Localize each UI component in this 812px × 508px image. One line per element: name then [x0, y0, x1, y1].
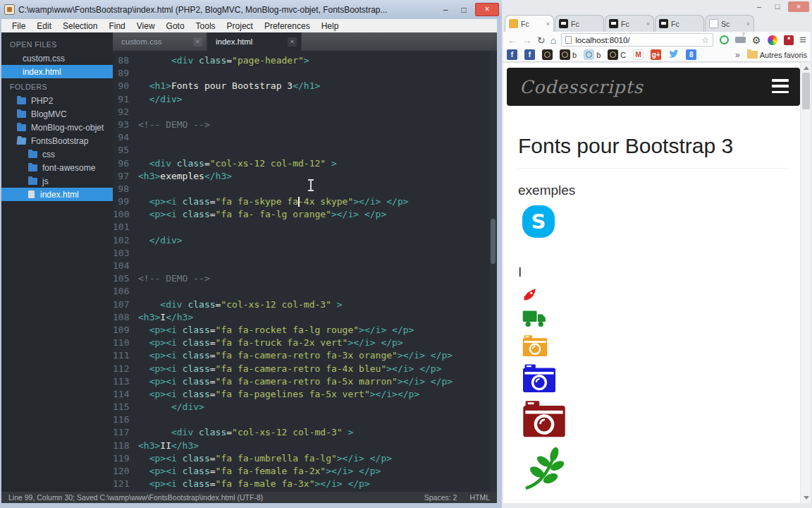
bookmark-dark-site[interactable]: C	[608, 49, 626, 60]
tab-close-icon[interactable]: ×	[746, 20, 750, 28]
keyboard-shortcut-extension[interactable]	[734, 35, 746, 46]
page-scrollbar[interactable]	[800, 63, 811, 503]
code-line-108[interactable]: 108<h3>I</h3>	[113, 311, 497, 324]
code-line-107[interactable]: 107 <div class="col-xs-12 col-md-3" >	[113, 298, 497, 311]
browser-tab-1[interactable]: Fc×	[505, 15, 554, 32]
tree-item-font-awesome[interactable]: font-awesome	[1, 161, 113, 174]
code-line-91[interactable]: 91 </div>	[113, 93, 497, 106]
home-icon[interactable]: ⌂	[550, 35, 556, 46]
code-area[interactable]: 88 <div class="page-header">8990 <h1>Fon…	[113, 51, 497, 492]
bookmark-google-plus[interactable]: g+	[651, 49, 661, 60]
brand-logo[interactable]: Codesscripts	[519, 77, 643, 97]
scroll-down-icon[interactable]	[804, 496, 809, 500]
code-line-119[interactable]: 119 <p><i class="fa fa-umbrella fa-lg"><…	[113, 452, 497, 465]
menu-project[interactable]: Project	[222, 20, 258, 32]
menu-preferences[interactable]: Preferences	[259, 20, 315, 32]
sublime-titlebar[interactable]: C:\wamp\www\FontsBootstrap\index.html (P…	[0, 0, 502, 19]
menu-find[interactable]: Find	[104, 20, 130, 32]
code-line-95[interactable]: 95	[113, 144, 497, 157]
tree-item-PHP2[interactable]: PHP2	[1, 94, 113, 107]
menu-file[interactable]: File	[7, 20, 30, 32]
bookmark-dark-site[interactable]: b	[560, 49, 577, 60]
bookmarks-overflow-icon[interactable]: »	[735, 50, 740, 60]
tab-close-icon[interactable]: ×	[546, 20, 550, 28]
tree-item-js[interactable]: js	[1, 174, 113, 188]
other-bookmarks[interactable]: Autres favoris	[747, 51, 807, 59]
code-line-110[interactable]: 110 <p><i class="fa fa-truck fa-2x vert"…	[113, 337, 497, 349]
code-line-106[interactable]: 106	[113, 285, 497, 298]
color-wheel-extension[interactable]	[767, 35, 778, 46]
code-line-109[interactable]: 109 <p><i class="fa fa-rocket fa-lg roug…	[113, 324, 497, 337]
status-syntax[interactable]: HTML	[469, 493, 490, 502]
bookmark-star-icon[interactable]: ☆	[701, 35, 709, 45]
tree-item-css[interactable]: css	[1, 147, 113, 161]
tab-close-icon[interactable]: ×	[646, 20, 650, 28]
tab-close-icon[interactable]: ×	[288, 37, 297, 47]
tree-item-index.html[interactable]: index.html	[1, 188, 113, 201]
url-text[interactable]: localhost:8010/	[575, 36, 698, 44]
maximize-button[interactable]: □	[457, 5, 471, 15]
menu-view[interactable]: View	[132, 20, 160, 32]
code-line-103[interactable]: 103	[113, 247, 497, 260]
back-icon[interactable]: ←	[508, 35, 517, 46]
forward-icon[interactable]: →	[522, 35, 532, 46]
code-line-100[interactable]: 100 <p><i class="fa fa- fa-lg orange"></…	[113, 208, 497, 221]
code-line-104[interactable]: 104	[113, 260, 497, 272]
code-line-89[interactable]: 89	[113, 67, 497, 80]
code-line-120[interactable]: 120 <p><i class="fa fa-female fa-2x"></i…	[113, 465, 497, 478]
green-circle-extension[interactable]	[718, 35, 730, 46]
maximize-button[interactable]: □	[770, 1, 785, 12]
reload-icon[interactable]: ↻	[537, 35, 546, 46]
tree-item-BlogMVC[interactable]: BlogMVC	[1, 107, 113, 121]
code-line-92[interactable]: 92	[113, 106, 497, 119]
scrollbar-thumb[interactable]	[802, 73, 810, 109]
code-line-94[interactable]: 94	[113, 131, 497, 144]
editor-scrollbar-thumb[interactable]	[491, 219, 496, 264]
settings-gear-extension[interactable]: ⚙	[751, 35, 762, 46]
menu-goto[interactable]: Goto	[161, 20, 190, 32]
menu-help[interactable]: Help	[316, 20, 344, 32]
code-line-102[interactable]: 102 </div>	[113, 234, 497, 247]
bookmark-facebook[interactable]: f	[524, 49, 535, 60]
code-line-114[interactable]: 114 <p><i class="fa fa-pagelines fa-5x v…	[113, 388, 497, 401]
close-button[interactable]: ×	[788, 1, 809, 12]
editor-tab-custom.css[interactable]: custom.css×	[113, 32, 207, 51]
bookmark-gmail[interactable]: M	[633, 49, 644, 60]
code-line-101[interactable]: 101	[113, 221, 497, 234]
menu-edit[interactable]: Edit	[32, 20, 56, 32]
editor-scrollbar[interactable]	[490, 51, 497, 492]
browser-tab-5[interactable]: Sc×	[705, 15, 754, 32]
bookmark-dark-site[interactable]	[542, 49, 553, 60]
bookmark-light-site[interactable]: b	[584, 49, 601, 60]
code-line-93[interactable]: 93<!-- DEMO -->	[113, 119, 497, 131]
close-button[interactable]: ×	[475, 3, 499, 16]
menu-tools[interactable]: Tools	[191, 20, 221, 32]
bookmark-facebook[interactable]: f	[507, 49, 517, 60]
browser-tab-4[interactable]: Fc	[655, 15, 704, 32]
code-line-90[interactable]: 90 <h1>Fonts pour Bootstrap 3</h1>	[113, 80, 497, 92]
tree-item-MonBlog-mvc-objet[interactable]: MonBlog-mvc-objet	[1, 121, 113, 134]
menu-selection[interactable]: Selection	[58, 20, 102, 32]
code-line-99[interactable]: 99 <p><i class="fa fa-skype fa-4x skype"…	[113, 195, 497, 208]
navbar-toggle-icon[interactable]	[772, 79, 789, 93]
red-asterisk-extension[interactable]: *	[783, 35, 794, 46]
open-file-custom.css[interactable]: custom.css	[1, 52, 113, 65]
code-line-88[interactable]: 88 <div class="page-header">	[113, 54, 497, 67]
open-file-index.html[interactable]: index.html	[1, 65, 113, 78]
bookmark-google[interactable]: 8	[686, 49, 696, 60]
tree-item-FontsBootstrap[interactable]: FontsBootstrap	[1, 134, 113, 147]
code-line-116[interactable]: 116	[113, 413, 497, 426]
code-line-105[interactable]: 105<!-- DEMO -->	[113, 272, 497, 285]
code-line-115[interactable]: 115 </div>	[113, 401, 497, 413]
code-line-97[interactable]: 97<h3>exemples</h3>	[113, 170, 497, 183]
chrome-menu-icon[interactable]: ≡	[799, 34, 806, 46]
bookmark-twitter[interactable]	[668, 48, 679, 61]
code-line-121[interactable]: 121 <p><i class="fa fa-male fa-3x"></i> …	[113, 478, 497, 490]
code-line-117[interactable]: 117 <div class="col-xs-12 col-md-3" >	[113, 426, 497, 439]
browser-tab-2[interactable]: Fc	[555, 15, 604, 32]
code-line-98[interactable]: 98	[113, 183, 497, 195]
minimize-button[interactable]: –	[751, 1, 767, 12]
browser-tab-3[interactable]: Fc×	[605, 15, 654, 32]
code-line-118[interactable]: 118<h3>II</h3>	[113, 440, 497, 452]
scroll-up-icon[interactable]	[804, 66, 809, 70]
